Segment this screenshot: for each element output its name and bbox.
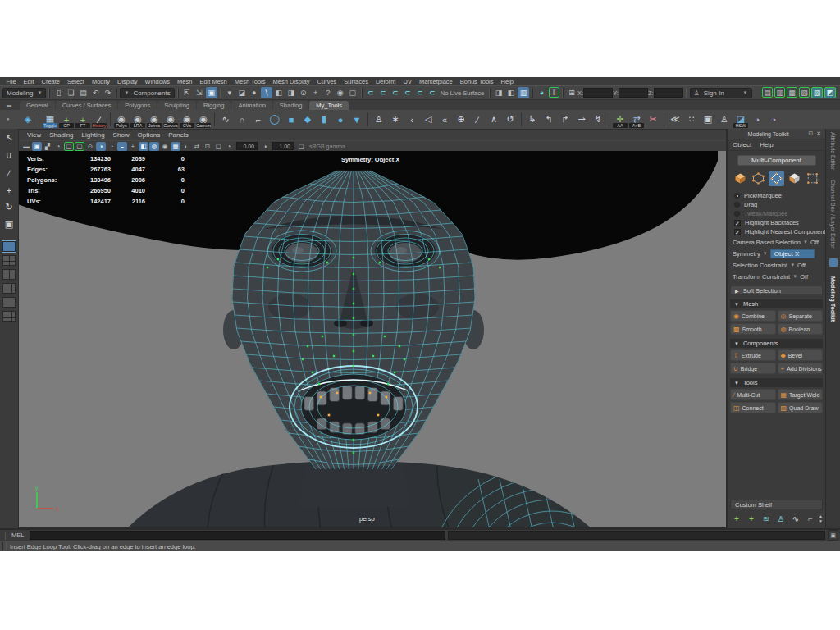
- shelf-box-figure-icon[interactable]: ▣: [700, 111, 716, 128]
- toggle-channel-box-icon[interactable]: ▦: [787, 87, 797, 98]
- shelf-joints-icon[interactable]: ◉Joints: [146, 111, 162, 128]
- shelf-curves-icon[interactable]: ◉Curves: [162, 111, 179, 128]
- snap-viewplane-icon[interactable]: ⊂: [414, 87, 426, 98]
- select-component-icon[interactable]: ▣: [206, 87, 217, 98]
- lock-icon[interactable]: ◉: [335, 87, 346, 98]
- radio-drag[interactable]: [734, 202, 740, 208]
- cs-cp-icon[interactable]: +: [730, 512, 743, 525]
- shelf-compass-icon[interactable]: ∧: [486, 111, 502, 128]
- shelf-angle3-icon[interactable]: «: [436, 111, 453, 128]
- gate-left-icon[interactable]: ▢: [64, 142, 74, 151]
- snap-curve-icon[interactable]: ⊂: [377, 87, 389, 98]
- scale-tool[interactable]: ▣: [2, 217, 16, 231]
- gate-mask-icon[interactable]: ◔: [107, 142, 116, 151]
- shelf-angle1-icon[interactable]: ‹: [404, 111, 420, 128]
- x-input[interactable]: [583, 88, 613, 98]
- gate-right-icon[interactable]: ▢: [75, 142, 84, 151]
- cs-pen-icon[interactable]: ∿: [789, 512, 802, 525]
- sidebar-tab-channel-box-layer-editor[interactable]: Channel Box / Layer Editor: [830, 180, 836, 249]
- gamma-icon[interactable]: ◑: [260, 142, 270, 151]
- shadows-icon[interactable]: ⇄: [192, 142, 202, 151]
- screen-ao-icon[interactable]: ⊡: [203, 142, 212, 151]
- menu-mesh[interactable]: Mesh: [174, 78, 196, 85]
- select-object-icon[interactable]: ⇲: [194, 87, 205, 98]
- mask-faces-icon[interactable]: ◧: [273, 87, 285, 98]
- shelf-arc-icon[interactable]: ∩: [234, 111, 250, 128]
- two-d-pan-icon[interactable]: ◔: [53, 142, 63, 151]
- sign-in-dropdown[interactable]: ♙ Sign In ▼: [690, 88, 752, 98]
- mask-lines-icon[interactable]: ∖: [261, 87, 272, 98]
- menu-edit-mesh[interactable]: Edit Mesh: [196, 78, 231, 85]
- section-header-tools[interactable]: ▼Tools: [730, 378, 823, 387]
- toggle-tool-settings-icon[interactable]: ▥: [774, 87, 785, 98]
- new-scene-icon[interactable]: ▯: [52, 87, 64, 98]
- selection-constraint-value[interactable]: Off: [797, 262, 806, 269]
- field-chart-icon[interactable]: ◒: [117, 142, 127, 151]
- viewport-canvas[interactable]: yx Verts:13423620390Edges:267763404763Po…: [19, 151, 726, 527]
- snap-grid-icon[interactable]: ⊂: [365, 87, 377, 98]
- layout-four-pane[interactable]: [2, 255, 16, 266]
- snap-center-icon[interactable]: ⊙: [298, 87, 309, 98]
- film-gate-icon[interactable]: ⊙: [85, 142, 95, 151]
- shelf-drop-icon[interactable]: ▼: [349, 111, 365, 128]
- menu-curves[interactable]: Curves: [313, 78, 340, 85]
- panel-menu-lighting[interactable]: Lighting: [78, 131, 109, 139]
- snap-projected-icon[interactable]: ⊂: [402, 87, 413, 98]
- shelf-circle-icon[interactable]: ◯: [267, 111, 283, 128]
- menu-file[interactable]: File: [2, 78, 20, 85]
- shelf-star-icon[interactable]: ∗: [387, 111, 404, 128]
- shelf-chevron-icon[interactable]: ≪: [667, 111, 683, 128]
- shelf-ft-icon[interactable]: +FT: [75, 111, 91, 128]
- absolute-relative-icon[interactable]: ⊞: [566, 87, 578, 98]
- radio-pick-marquee[interactable]: [734, 193, 740, 199]
- wireframe-icon[interactable]: ◍: [149, 142, 159, 151]
- soft-selection-header[interactable]: ▶ Soft Selection: [730, 285, 823, 295]
- option-drag[interactable]: Drag: [728, 200, 825, 209]
- menu-marketplace[interactable]: Marketplace: [415, 78, 456, 85]
- menu-set-dropdown[interactable]: Modeling ▼: [2, 88, 46, 98]
- menu-uv[interactable]: UV: [399, 78, 415, 85]
- face-mode-icon[interactable]: [787, 171, 802, 186]
- make-live-icon[interactable]: ⊂: [427, 87, 438, 98]
- menu-bonus-tools[interactable]: Bonus Tools: [456, 78, 497, 85]
- checkbox-highlight-nearest-component[interactable]: ✓: [734, 229, 741, 235]
- lasso-tool[interactable]: ∪: [2, 148, 16, 162]
- toggle-outliner-icon[interactable]: ▨: [811, 87, 823, 98]
- close-icon[interactable]: ✕: [815, 130, 823, 137]
- radio-tweak-marquee[interactable]: [734, 211, 740, 217]
- shelf-connector2-icon[interactable]: ↰: [541, 111, 557, 128]
- extrude-button[interactable]: ⇧Extrude: [730, 349, 776, 361]
- symmetry-value[interactable]: Object X: [770, 249, 815, 258]
- cs-feather-icon[interactable]: ≋: [760, 512, 773, 525]
- cs-curve-icon[interactable]: ⌐: [804, 512, 817, 525]
- exposure-field[interactable]: 0.00: [236, 142, 258, 150]
- multi-component-button[interactable]: Multi-Component: [737, 155, 816, 166]
- panel-menu-view[interactable]: View: [23, 131, 45, 139]
- object-mode-icon[interactable]: [733, 171, 748, 186]
- toggle-layer-editor-icon[interactable]: ▧: [799, 87, 810, 98]
- toolkit-menu-object[interactable]: Object: [733, 141, 751, 148]
- shelf-purple1-icon[interactable]: ◔: [749, 111, 765, 128]
- redo-icon[interactable]: ↷: [102, 87, 113, 98]
- boolean-button[interactable]: ◍Boolean: [778, 323, 824, 335]
- connect-button[interactable]: ◫Connect: [730, 402, 776, 413]
- vertex-mode-icon[interactable]: [751, 171, 766, 186]
- multi-cut-button[interactable]: ∕Multi-Cut: [730, 389, 776, 400]
- shelf-connector5-icon[interactable]: ↯: [590, 111, 606, 128]
- shelf-tab-animation[interactable]: Animation: [231, 101, 272, 110]
- shelf-tab-my-tools[interactable]: My_Tools: [309, 101, 349, 110]
- input-connections-icon[interactable]: ◨: [493, 87, 504, 98]
- shelf-camera-icon[interactable]: ◉Camera: [195, 111, 212, 128]
- shelf-tab-shading[interactable]: Shading: [273, 101, 309, 110]
- shelf-hsw-icon[interactable]: ◪HSW: [733, 111, 749, 128]
- rotate-tool[interactable]: ↻: [2, 200, 16, 214]
- shelf-cvs-icon[interactable]: ◉CVs: [179, 111, 195, 128]
- render-view-icon[interactable]: ◕: [536, 87, 547, 98]
- exposure-icon[interactable]: ◔: [224, 142, 234, 151]
- layout-persp-graph[interactable]: [2, 297, 16, 308]
- command-input[interactable]: [30, 531, 445, 540]
- panel-menu-shading[interactable]: Shading: [45, 131, 77, 139]
- combine-button[interactable]: ◉Combine: [730, 310, 776, 322]
- shelf-ik-icon[interactable]: ⌐: [250, 111, 267, 128]
- sidebar-tab-attribute-editor[interactable]: Attribute Editor: [830, 132, 836, 170]
